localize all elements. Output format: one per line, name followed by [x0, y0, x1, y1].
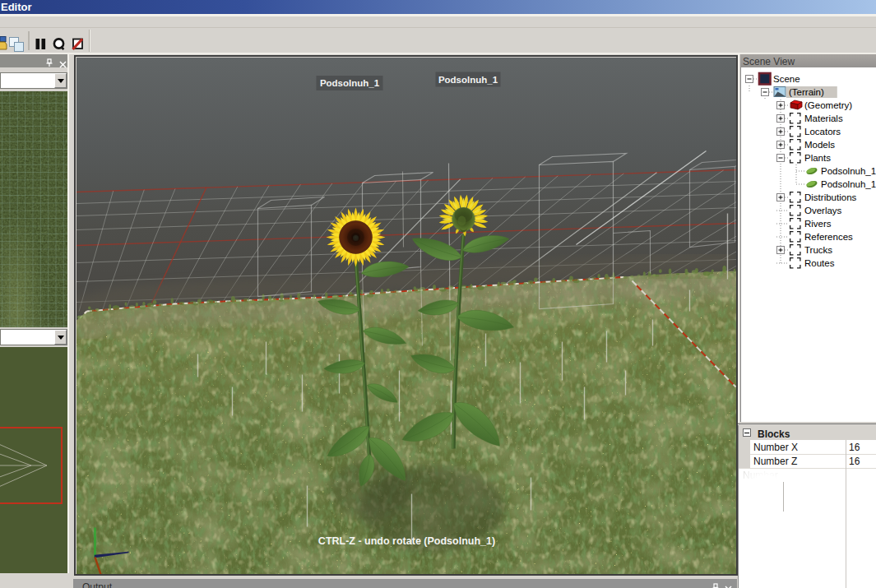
svg-text:(Geometry): (Geometry)	[804, 100, 852, 110]
svg-text:Models: Models	[804, 140, 835, 150]
svg-text:Scene: Scene	[773, 74, 800, 84]
svg-text:References: References	[804, 232, 853, 242]
svg-text:Overlays: Overlays	[804, 206, 842, 215]
svg-text:(Terrain): (Terrain)	[789, 87, 824, 97]
svg-text:Podsolnuh_1: Podsolnuh_1	[319, 78, 379, 88]
svg-text:Plants: Plants	[804, 153, 831, 163]
svg-text:Podsolnuh_1: Podsolnuh_1	[821, 179, 876, 189]
svg-text:CTRL-Z - undo rotate (Podsolnu: CTRL-Z - undo rotate (Podsolnuh_1)	[317, 535, 494, 546]
svg-text:Trucks: Trucks	[804, 245, 832, 255]
svg-text:Podsolnuh_1: Podsolnuh_1	[438, 74, 498, 84]
svg-text:Rivers: Rivers	[804, 219, 832, 229]
svg-text:Materials: Materials	[804, 113, 843, 123]
svg-text:Routes: Routes	[804, 258, 835, 268]
svg-text:Distributions: Distributions	[804, 192, 857, 202]
svg-text:Locators: Locators	[804, 127, 841, 137]
svg-text:Podsolnuh_1: Podsolnuh_1	[821, 166, 876, 176]
